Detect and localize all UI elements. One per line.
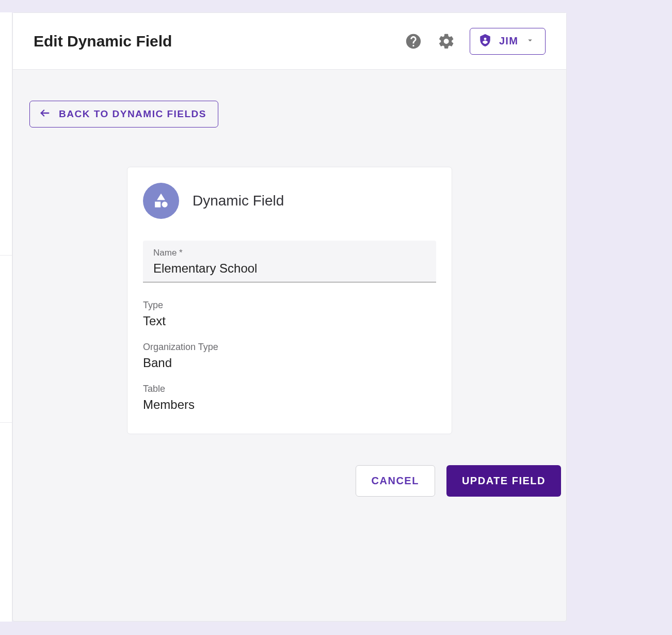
page-title: Edit Dynamic Field — [34, 33, 172, 50]
table-value: Members — [143, 398, 436, 412]
table-label: Table — [143, 384, 436, 394]
user-name: JIM — [499, 35, 518, 47]
svg-marker-2 — [157, 194, 165, 200]
chevron-down-icon — [525, 36, 535, 47]
dynamic-field-card: Dynamic Field Name * Type Text Organizat… — [127, 167, 452, 434]
user-menu[interactable]: JIM — [470, 28, 546, 55]
gear-icon[interactable] — [437, 31, 456, 51]
name-input[interactable] — [153, 261, 426, 276]
header-bar: Edit Dynamic Field — [13, 13, 566, 70]
svg-rect-3 — [155, 202, 161, 208]
type-value: Text — [143, 314, 436, 328]
shapes-icon — [143, 183, 179, 219]
back-button[interactable]: BACK TO DYNAMIC FIELDS — [29, 101, 218, 128]
update-field-button[interactable]: UPDATE FIELD — [446, 465, 561, 497]
arrow-left-icon — [39, 107, 51, 121]
main-panel: Edit Dynamic Field — [12, 12, 567, 622]
svg-point-0 — [484, 37, 487, 40]
type-label: Type — [143, 300, 436, 311]
name-field-container[interactable]: Name * — [143, 241, 436, 282]
cancel-button[interactable]: CANCEL — [356, 465, 435, 497]
user-shield-icon — [478, 34, 492, 49]
org-type-value: Band — [143, 356, 436, 370]
org-type-label: Organization Type — [143, 342, 436, 353]
svg-point-4 — [162, 202, 168, 208]
back-button-label: BACK TO DYNAMIC FIELDS — [59, 108, 206, 120]
help-icon[interactable] — [404, 31, 423, 51]
left-nav-sliver — [0, 12, 12, 622]
card-title: Dynamic Field — [193, 193, 284, 209]
name-label: Name * — [153, 248, 426, 258]
